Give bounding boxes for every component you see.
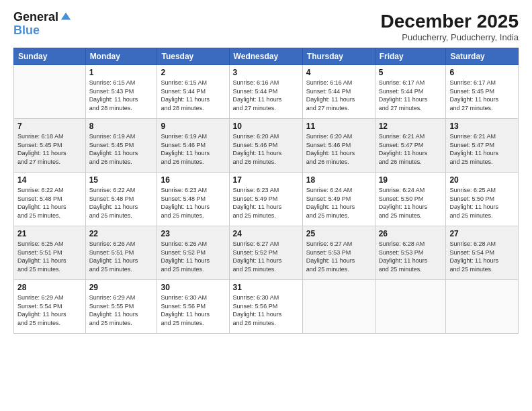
table-row: 23Sunrise: 6:26 AM Sunset: 5:52 PM Dayli… [157,226,229,280]
calendar-row-2: 14Sunrise: 6:22 AM Sunset: 5:48 PM Dayli… [14,173,519,226]
table-row: 14Sunrise: 6:22 AM Sunset: 5:48 PM Dayli… [14,173,86,226]
logo-text-blue: Blue [13,24,72,38]
day-number: 23 [161,229,225,238]
day-number: 14 [17,175,82,185]
table-row: 27Sunrise: 6:28 AM Sunset: 5:54 PM Dayli… [446,226,519,280]
day-number: 17 [233,175,299,185]
day-number: 1 [89,68,154,77]
day-info: Sunrise: 6:27 AM Sunset: 5:53 PM Dayligh… [306,240,371,273]
table-row [446,280,519,334]
day-info: Sunrise: 6:28 AM Sunset: 5:53 PM Dayligh… [379,240,443,273]
day-info: Sunrise: 6:28 AM Sunset: 5:54 PM Dayligh… [449,240,515,273]
day-info: Sunrise: 6:16 AM Sunset: 5:44 PM Dayligh… [233,79,299,112]
day-number: 3 [233,68,299,77]
day-number: 28 [17,283,82,292]
header-friday: Friday [375,48,446,65]
table-row: 15Sunrise: 6:22 AM Sunset: 5:48 PM Dayli… [85,173,157,226]
day-number: 8 [89,122,154,131]
day-info: Sunrise: 6:19 AM Sunset: 5:45 PM Dayligh… [89,132,154,166]
header-thursday: Thursday [302,48,375,65]
table-row: 11Sunrise: 6:20 AM Sunset: 5:46 PM Dayli… [302,119,375,173]
day-number: 19 [379,175,443,185]
day-info: Sunrise: 6:25 AM Sunset: 5:50 PM Dayligh… [449,186,515,220]
header-tuesday: Tuesday [157,48,229,65]
day-info: Sunrise: 6:15 AM Sunset: 5:43 PM Dayligh… [89,79,154,112]
calendar-row-4: 28Sunrise: 6:29 AM Sunset: 5:54 PM Dayli… [14,280,519,334]
table-row: 4Sunrise: 6:16 AM Sunset: 5:44 PM Daylig… [302,65,375,119]
table-row: 10Sunrise: 6:20 AM Sunset: 5:46 PM Dayli… [229,119,302,173]
table-row: 31Sunrise: 6:30 AM Sunset: 5:56 PM Dayli… [229,280,302,334]
day-number: 6 [449,68,515,77]
table-row: 18Sunrise: 6:24 AM Sunset: 5:49 PM Dayli… [302,173,375,226]
day-info: Sunrise: 6:16 AM Sunset: 5:44 PM Dayligh… [306,79,371,112]
table-row: 9Sunrise: 6:19 AM Sunset: 5:46 PM Daylig… [157,119,229,173]
day-number: 5 [379,68,443,77]
day-number: 22 [89,229,154,238]
day-info: Sunrise: 6:21 AM Sunset: 5:47 PM Dayligh… [449,132,515,166]
day-number: 11 [306,122,371,131]
day-number: 10 [233,122,299,131]
table-row: 22Sunrise: 6:26 AM Sunset: 5:51 PM Dayli… [85,226,157,280]
day-number: 31 [233,283,299,292]
table-row: 25Sunrise: 6:27 AM Sunset: 5:53 PM Dayli… [302,226,375,280]
header-sunday: Sunday [14,48,86,65]
table-row: 30Sunrise: 6:30 AM Sunset: 5:56 PM Dayli… [157,280,229,334]
day-info: Sunrise: 6:23 AM Sunset: 5:49 PM Dayligh… [233,186,299,220]
day-info: Sunrise: 6:22 AM Sunset: 5:48 PM Dayligh… [89,186,154,220]
table-row: 19Sunrise: 6:24 AM Sunset: 5:50 PM Dayli… [375,173,446,226]
day-info: Sunrise: 6:17 AM Sunset: 5:45 PM Dayligh… [449,79,515,112]
table-row: 21Sunrise: 6:25 AM Sunset: 5:51 PM Dayli… [14,226,86,280]
day-number: 9 [161,122,225,131]
table-row: 5Sunrise: 6:17 AM Sunset: 5:44 PM Daylig… [375,65,446,119]
day-info: Sunrise: 6:20 AM Sunset: 5:46 PM Dayligh… [306,132,371,166]
table-row: 24Sunrise: 6:27 AM Sunset: 5:52 PM Dayli… [229,226,302,280]
day-info: Sunrise: 6:17 AM Sunset: 5:44 PM Dayligh… [379,79,443,112]
page-header: General Blue December 2025 Puducherry, P… [13,11,519,42]
day-info: Sunrise: 6:25 AM Sunset: 5:51 PM Dayligh… [17,240,82,273]
day-number: 26 [379,229,443,238]
calendar-row-3: 21Sunrise: 6:25 AM Sunset: 5:51 PM Dayli… [14,226,519,280]
day-info: Sunrise: 6:19 AM Sunset: 5:46 PM Dayligh… [161,132,225,166]
day-info: Sunrise: 6:23 AM Sunset: 5:48 PM Dayligh… [161,186,225,220]
header-wednesday: Wednesday [229,48,302,65]
day-info: Sunrise: 6:27 AM Sunset: 5:52 PM Dayligh… [233,240,299,273]
title-section: December 2025 Puducherry, Puducherry, In… [381,11,519,42]
day-number: 24 [233,229,299,238]
table-row: 29Sunrise: 6:29 AM Sunset: 5:55 PM Dayli… [85,280,157,334]
day-number: 4 [306,68,371,77]
day-info: Sunrise: 6:21 AM Sunset: 5:47 PM Dayligh… [379,132,443,166]
calendar-table: Sunday Monday Tuesday Wednesday Thursday… [13,48,519,334]
day-number: 15 [89,175,154,185]
day-info: Sunrise: 6:20 AM Sunset: 5:46 PM Dayligh… [233,132,299,166]
day-number: 2 [161,68,225,77]
table-row [302,280,375,334]
day-number: 7 [17,122,82,131]
header-saturday: Saturday [446,48,519,65]
table-row: 1Sunrise: 6:15 AM Sunset: 5:43 PM Daylig… [85,65,157,119]
day-number: 20 [449,175,515,185]
table-row [14,65,86,119]
table-row: 8Sunrise: 6:19 AM Sunset: 5:45 PM Daylig… [85,119,157,173]
table-row: 20Sunrise: 6:25 AM Sunset: 5:50 PM Dayli… [446,173,519,226]
day-info: Sunrise: 6:30 AM Sunset: 5:56 PM Dayligh… [161,293,225,327]
table-row [375,280,446,334]
table-row: 28Sunrise: 6:29 AM Sunset: 5:54 PM Dayli… [14,280,86,334]
table-row: 7Sunrise: 6:18 AM Sunset: 5:45 PM Daylig… [14,119,86,173]
logo: General Blue [13,11,72,38]
day-number: 12 [379,122,443,131]
table-row: 26Sunrise: 6:28 AM Sunset: 5:53 PM Dayli… [375,226,446,280]
logo-text-general: General [13,11,58,24]
day-info: Sunrise: 6:26 AM Sunset: 5:51 PM Dayligh… [89,240,154,273]
day-number: 21 [17,229,82,238]
day-number: 16 [161,175,225,185]
month-title: December 2025 [381,11,519,32]
day-number: 27 [449,229,515,238]
table-row: 16Sunrise: 6:23 AM Sunset: 5:48 PM Dayli… [157,173,229,226]
day-info: Sunrise: 6:26 AM Sunset: 5:52 PM Dayligh… [161,240,225,273]
day-info: Sunrise: 6:22 AM Sunset: 5:48 PM Dayligh… [17,186,82,220]
table-row: 6Sunrise: 6:17 AM Sunset: 5:45 PM Daylig… [446,65,519,119]
days-header-row: Sunday Monday Tuesday Wednesday Thursday… [14,48,519,65]
day-info: Sunrise: 6:29 AM Sunset: 5:54 PM Dayligh… [17,293,82,327]
location: Puducherry, Puducherry, India [381,32,519,42]
table-row: 12Sunrise: 6:21 AM Sunset: 5:47 PM Dayli… [375,119,446,173]
